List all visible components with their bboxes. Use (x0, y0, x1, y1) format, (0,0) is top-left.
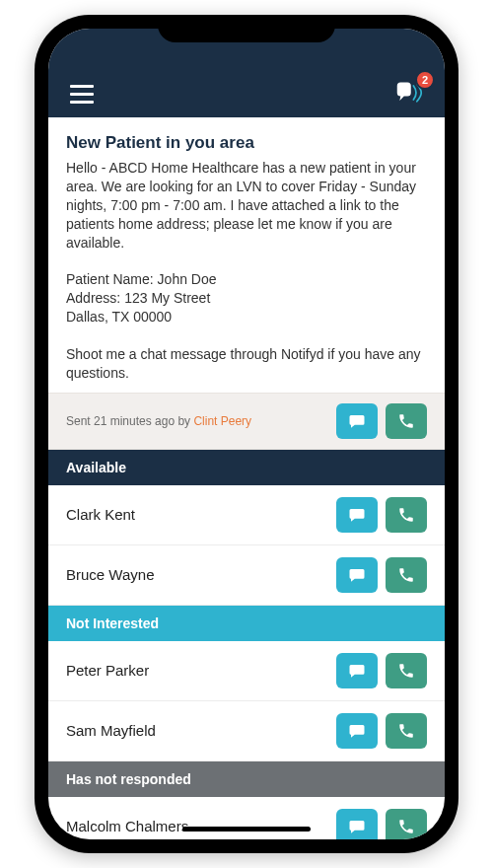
phone-icon (397, 506, 415, 524)
chat-icon (348, 818, 366, 835)
chat-button[interactable] (336, 557, 378, 593)
list-item: Malcolm Chalmers (48, 797, 445, 839)
call-button[interactable] (386, 653, 427, 688)
section-header-not-interested: Not Interested (48, 606, 445, 641)
sender-actions (336, 403, 427, 439)
phone-icon (397, 662, 415, 680)
chat-button[interactable] (336, 403, 378, 439)
content-scroll[interactable]: New Patient in you area Hello - ABCD Hom… (48, 117, 445, 839)
call-button[interactable] (386, 497, 427, 533)
chat-icon (348, 662, 366, 680)
message-title: New Patient in you area (66, 133, 427, 153)
call-button[interactable] (386, 557, 427, 593)
person-name: Clark Kent (66, 506, 135, 523)
sent-text: Sent 21 minutes ago by Clint Peery (66, 414, 251, 428)
chat-button[interactable] (336, 497, 378, 533)
phone-notch (158, 15, 335, 42)
phone-icon (397, 566, 415, 584)
chat-icon (348, 506, 366, 524)
notifications-button[interactable]: 2 (395, 82, 423, 104)
call-button[interactable] (386, 809, 427, 839)
section-header-available: Available (48, 450, 445, 485)
chat-button[interactable] (336, 713, 378, 749)
person-name: Peter Parker (66, 662, 149, 679)
list-item: Peter Parker (48, 641, 445, 701)
call-button[interactable] (386, 403, 427, 439)
list-item: Bruce Wayne (48, 545, 445, 606)
home-indicator (182, 827, 311, 832)
chat-button[interactable] (336, 653, 378, 688)
chat-icon (348, 722, 366, 740)
notification-badge: 2 (415, 70, 435, 90)
phone-icon (397, 412, 415, 430)
message-body: Hello - ABCD Home Healthcare has a new p… (66, 159, 427, 383)
phone-icon (397, 818, 415, 835)
section-header-no-response: Has not responded (48, 761, 445, 797)
person-name: Sam Mayfield (66, 722, 156, 739)
chat-button[interactable] (336, 809, 378, 839)
chat-icon (348, 566, 366, 584)
person-name: Malcolm Chalmers (66, 818, 188, 834)
hamburger-icon (70, 85, 94, 88)
person-name: Bruce Wayne (66, 566, 154, 583)
sent-bar: Sent 21 minutes ago by Clint Peery (48, 393, 445, 450)
list-item: Sam Mayfield (48, 701, 445, 761)
list-item: Clark Kent (48, 485, 445, 545)
menu-button[interactable] (70, 85, 94, 104)
phone-screen: 2 New Patient in you area Hello - ABCD H… (48, 29, 445, 839)
sender-link[interactable]: Clint Peery (193, 414, 251, 428)
message-card: New Patient in you area Hello - ABCD Hom… (48, 117, 445, 393)
phone-icon (397, 722, 415, 740)
phone-frame: 2 New Patient in you area Hello - ABCD H… (35, 15, 458, 853)
chat-icon (348, 412, 366, 430)
call-button[interactable] (386, 713, 427, 749)
